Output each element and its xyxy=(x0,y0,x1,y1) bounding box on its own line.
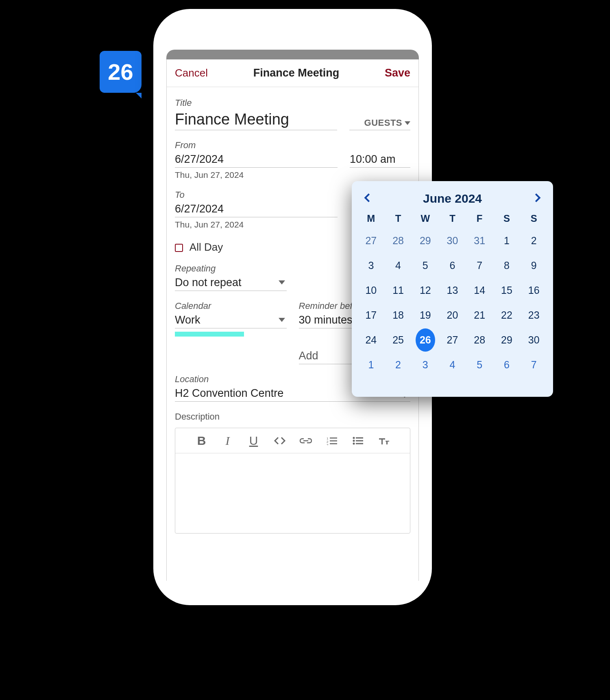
svg-text:3: 3 xyxy=(327,443,329,445)
calendar-day[interactable]: 3 xyxy=(361,254,381,277)
from-label: From xyxy=(175,140,410,151)
svg-rect-5 xyxy=(330,443,337,444)
svg-rect-11 xyxy=(356,443,363,444)
ordered-list-button[interactable]: 123 xyxy=(325,436,339,445)
svg-rect-3 xyxy=(330,438,337,439)
calendar-day[interactable]: 28 xyxy=(388,229,408,252)
calendar-day[interactable]: 22 xyxy=(497,304,516,327)
repeating-select[interactable]: Do not repeat xyxy=(175,274,287,291)
calendar-day[interactable]: 13 xyxy=(442,279,462,302)
calendar-day[interactable]: 6 xyxy=(497,353,516,376)
svg-rect-4 xyxy=(330,440,337,442)
weekday-header: MTWTFSS xyxy=(357,213,547,224)
calendar-day[interactable]: 10 xyxy=(361,279,381,302)
calendar-app-badge: 26 xyxy=(100,51,142,93)
weekday-label: S xyxy=(520,213,547,224)
calendar-day[interactable]: 2 xyxy=(388,353,408,376)
screen-title: Finance Meeting xyxy=(253,67,340,79)
link-button[interactable] xyxy=(299,436,313,445)
svg-rect-9 xyxy=(356,437,363,438)
calendar-day[interactable]: 25 xyxy=(388,328,408,352)
calendar-day[interactable]: 7 xyxy=(524,353,544,376)
calendar-day[interactable]: 21 xyxy=(470,304,489,327)
calendar-day[interactable]: 27 xyxy=(442,328,462,352)
chevron-down-icon xyxy=(279,280,285,284)
calendar-day[interactable]: 16 xyxy=(524,279,544,302)
weekday-label: W xyxy=(412,213,439,224)
calendar-day[interactable]: 28 xyxy=(470,328,489,352)
svg-point-6 xyxy=(353,437,355,439)
calendar-day[interactable]: 2 xyxy=(524,229,544,252)
calendar-day[interactable]: 27 xyxy=(361,229,381,252)
calendar-day[interactable]: 18 xyxy=(388,304,408,327)
svg-point-7 xyxy=(353,440,355,442)
calendar-day[interactable]: 5 xyxy=(416,254,435,277)
calendar-day[interactable]: 8 xyxy=(497,254,516,277)
calendar-day[interactable]: 4 xyxy=(442,353,462,376)
italic-button[interactable]: I xyxy=(221,434,235,448)
calendar-day[interactable]: 15 xyxy=(497,279,516,302)
next-month-button[interactable] xyxy=(532,192,543,205)
calendar-label: Calendar xyxy=(175,301,287,311)
calendar-day[interactable]: 9 xyxy=(524,254,544,277)
weekday-label: F xyxy=(466,213,493,224)
date-picker-popup: June 2024 MTWTFSS 2728293031123456789101… xyxy=(352,181,553,397)
calendar-color-swatch xyxy=(175,332,244,337)
calendar-day[interactable]: 23 xyxy=(524,304,544,327)
to-date-input[interactable]: 6/27/2024 xyxy=(175,200,338,217)
calendar-day[interactable]: 19 xyxy=(416,304,435,327)
title-input[interactable]: Finance Meeting xyxy=(175,108,337,130)
calendar-day[interactable]: 29 xyxy=(416,229,435,252)
editor-toolbar: B I U 123 xyxy=(175,428,410,453)
calendar-day[interactable]: 30 xyxy=(442,229,462,252)
calendar-day[interactable]: 5 xyxy=(470,353,489,376)
text-size-button[interactable] xyxy=(377,436,391,445)
description-label: Description xyxy=(175,411,410,422)
bold-button[interactable]: B xyxy=(195,434,209,448)
guests-label: GUESTS xyxy=(364,118,402,128)
calendar-day[interactable]: 26 xyxy=(416,328,435,352)
weekday-label: T xyxy=(385,213,412,224)
bullet-list-button[interactable] xyxy=(351,436,365,445)
code-button[interactable] xyxy=(273,436,287,445)
calendar-day[interactable]: 3 xyxy=(416,353,435,376)
from-time-input[interactable]: 10:00 am xyxy=(350,151,410,168)
calendar-day[interactable]: 31 xyxy=(470,229,489,252)
calendar-day[interactable]: 6 xyxy=(442,254,462,277)
description-editor[interactable]: B I U 123 xyxy=(175,428,410,534)
calendar-day[interactable]: 12 xyxy=(416,279,435,302)
calendar-day[interactable]: 4 xyxy=(388,254,408,277)
calendar-day[interactable]: 17 xyxy=(361,304,381,327)
allday-label: All Day xyxy=(190,241,223,253)
chevron-down-icon xyxy=(405,121,410,125)
save-button[interactable]: Save xyxy=(385,67,410,79)
svg-rect-10 xyxy=(356,440,363,441)
weekday-label: M xyxy=(357,213,385,224)
editor-header: Cancel Finance Meeting Save xyxy=(167,59,418,87)
calendar-day[interactable]: 29 xyxy=(497,328,516,352)
from-date-input[interactable]: 6/27/2024 xyxy=(175,151,338,168)
checkbox-icon xyxy=(175,244,183,252)
calendar-day[interactable]: 11 xyxy=(388,279,408,302)
calendar-day[interactable]: 20 xyxy=(442,304,462,327)
calendar-day[interactable]: 7 xyxy=(470,254,489,277)
from-date-subtext: Thu, Jun 27, 2024 xyxy=(175,170,410,180)
calendar-day[interactable]: 1 xyxy=(497,229,516,252)
title-label: Title xyxy=(175,98,410,108)
prev-month-button[interactable] xyxy=(362,192,373,205)
calendar-day[interactable]: 1 xyxy=(361,353,381,376)
month-title: June 2024 xyxy=(423,192,482,206)
guests-button[interactable]: GUESTS xyxy=(364,118,410,128)
phone-status-bar xyxy=(166,50,419,59)
calendar-day[interactable]: 24 xyxy=(361,328,381,352)
calendar-select[interactable]: Work xyxy=(175,311,287,328)
calendar-day[interactable]: 14 xyxy=(470,279,489,302)
calendar-day[interactable]: 30 xyxy=(524,328,544,352)
svg-point-8 xyxy=(353,442,355,444)
weekday-label: T xyxy=(439,213,466,224)
chevron-down-icon xyxy=(279,318,285,322)
cancel-button[interactable]: Cancel xyxy=(175,67,208,79)
underline-button[interactable]: U xyxy=(247,434,261,448)
weekday-label: S xyxy=(493,213,521,224)
